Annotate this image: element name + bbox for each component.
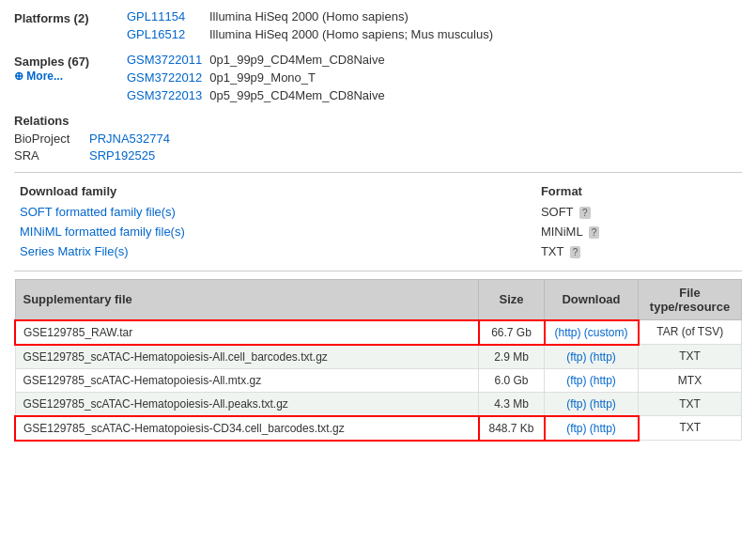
samples-label: Samples (67) ⊕ More... xyxy=(14,53,127,106)
platforms-section: Platforms (2) GPL11154 Illumina HiSeq 20… xyxy=(14,9,742,45)
supplementary-files-table: Supplementary file Size Download File ty… xyxy=(14,279,742,442)
supp-size-4: 848.7 Kb xyxy=(479,416,545,441)
sra-link[interactable]: SRP192525 xyxy=(89,148,164,163)
sample-name-1: 0p1_99p9_CD4Mem_CD8Naive xyxy=(209,53,384,67)
size-header: Size xyxy=(479,280,545,320)
sample-link-2[interactable]: GSM3722012 xyxy=(127,70,202,85)
platforms-title: Platforms (2) xyxy=(14,11,88,25)
main-container: Platforms (2) GPL11154 Illumina HiSeq 20… xyxy=(0,0,756,451)
download-link-1-1[interactable]: (http) xyxy=(590,350,616,364)
matrix-format-badge[interactable]: ? xyxy=(570,246,581,258)
sample-row-3: GSM3722013 0p5_99p5_CD4Mem_CD8Naive xyxy=(127,88,742,102)
divider-1 xyxy=(14,172,742,173)
soft-link[interactable]: SOFT formatted family file(s) xyxy=(20,205,176,219)
supp-size-1: 2.9 Mb xyxy=(479,345,545,369)
supp-filetype-1: TXT xyxy=(639,345,742,369)
supp-filetype-0: TAR (of TSV) xyxy=(639,320,742,345)
download-family-table: Download family Format SOFT formatted fa… xyxy=(14,180,742,261)
supp-file-header: Supplementary file xyxy=(15,280,479,320)
relation-sra: SRA SRP192525 xyxy=(14,148,742,163)
download-family-header: Download family xyxy=(14,180,535,202)
supp-row-0: GSE129785_RAW.tar66.7 Gb(http) (custom)T… xyxy=(15,320,742,345)
supp-size-3: 4.3 Mb xyxy=(479,392,545,416)
supp-download-3: (ftp) (http) xyxy=(545,392,639,416)
download-link-2-1[interactable]: (http) xyxy=(590,374,616,387)
supp-filename-2: GSE129785_scATAC-Hematopoiesis-All.mtx.g… xyxy=(15,368,479,392)
supp-row-1: GSE129785_scATAC-Hematopoiesis-All.cell_… xyxy=(15,345,742,369)
download-row-soft: SOFT formatted family file(s) SOFT ? xyxy=(14,202,742,222)
miniml-format-badge[interactable]: ? xyxy=(589,226,600,239)
platform-desc-1: Illumina HiSeq 2000 (Homo sapiens) xyxy=(209,9,409,23)
relations-title: Relations xyxy=(14,114,742,128)
sample-row-2: GSM3722012 0p1_99p9_Mono_T xyxy=(127,70,742,85)
supp-filename-1: GSE129785_scATAC-Hematopoiesis-All.cell_… xyxy=(15,345,479,369)
supp-row-3: GSE129785_scATAC-Hematopoiesis-All.peaks… xyxy=(15,392,742,416)
relations-section: Relations BioProject PRJNA532774 SRA SRP… xyxy=(14,114,742,163)
supp-filetype-4: TXT xyxy=(639,416,742,441)
sample-row-1: GSM3722011 0p1_99p9_CD4Mem_CD8Naive xyxy=(127,53,742,67)
download-row-miniml: MINiML formatted family file(s) MINiML ? xyxy=(14,222,742,241)
supp-size-0: 66.7 Gb xyxy=(479,320,545,345)
supp-filetype-2: MTX xyxy=(639,368,742,392)
bioproject-label: BioProject xyxy=(14,132,89,146)
platforms-label: Platforms (2) xyxy=(14,9,127,45)
download-link-0-1[interactable]: (custom) xyxy=(584,326,628,339)
format-header: Format xyxy=(535,180,742,202)
download-link-4-1[interactable]: (http) xyxy=(590,422,616,435)
miniml-link[interactable]: MINiML formatted family file(s) xyxy=(20,225,185,239)
filetype-header: File type/resource xyxy=(639,280,742,320)
bioproject-link[interactable]: PRJNA532774 xyxy=(89,132,170,146)
miniml-format-label: MINiML xyxy=(541,225,582,239)
sample-name-2: 0p1_99p9_Mono_T xyxy=(209,70,316,85)
samples-content: GSM3722011 0p1_99p9_CD4Mem_CD8Naive GSM3… xyxy=(127,53,742,106)
supp-filetype-3: TXT xyxy=(639,392,742,416)
download-link-2-0[interactable]: (ftp) xyxy=(566,374,586,387)
divider-2 xyxy=(14,271,742,272)
platform-link-2[interactable]: GPL16512 xyxy=(127,27,202,41)
download-link-4-0[interactable]: (ftp) xyxy=(566,422,586,435)
matrix-format-label: TXT xyxy=(541,244,563,258)
supp-filename-3: GSE129785_scATAC-Hematopoiesis-All.peaks… xyxy=(15,392,479,416)
download-link-3-1[interactable]: (http) xyxy=(590,397,616,411)
platform-row-1: GPL11154 Illumina HiSeq 2000 (Homo sapie… xyxy=(127,9,742,23)
relation-bioproject: BioProject PRJNA532774 xyxy=(14,132,742,146)
supp-download-1: (ftp) (http) xyxy=(545,345,639,369)
sample-link-1[interactable]: GSM3722011 xyxy=(127,53,202,67)
platform-link-1[interactable]: GPL11154 xyxy=(127,9,202,23)
supp-download-0: (http) (custom) xyxy=(545,320,639,345)
samples-section: Samples (67) ⊕ More... GSM3722011 0p1_99… xyxy=(14,53,742,106)
download-link-0-0[interactable]: (http) xyxy=(554,326,580,339)
supp-download-4: (ftp) (http) xyxy=(545,416,639,441)
sample-name-3: 0p5_99p5_CD4Mem_CD8Naive xyxy=(209,88,384,102)
more-link[interactable]: ⊕ More... xyxy=(14,70,63,83)
sra-label: SRA xyxy=(14,148,89,163)
platform-desc-2: Illumina HiSeq 2000 (Homo sapiens; Mus m… xyxy=(209,27,493,41)
supp-row-4: GSE129785_scATAC-Hematopoiesis-CD34.cell… xyxy=(15,416,742,441)
supp-size-2: 6.0 Gb xyxy=(479,368,545,392)
soft-format-badge[interactable]: ? xyxy=(579,207,591,219)
download-row-matrix: Series Matrix File(s) TXT ? xyxy=(14,241,742,261)
soft-format-label: SOFT xyxy=(541,205,573,219)
platforms-content: GPL11154 Illumina HiSeq 2000 (Homo sapie… xyxy=(127,9,742,45)
sample-link-3[interactable]: GSM3722013 xyxy=(127,88,202,102)
supp-row-2: GSE129785_scATAC-Hematopoiesis-All.mtx.g… xyxy=(15,368,742,392)
supp-filename-4: GSE129785_scATAC-Hematopoiesis-CD34.cell… xyxy=(15,416,479,441)
download-link-1-0[interactable]: (ftp) xyxy=(566,350,586,364)
platform-row-2: GPL16512 Illumina HiSeq 2000 (Homo sapie… xyxy=(127,27,742,41)
supp-download-2: (ftp) (http) xyxy=(545,368,639,392)
download-link-3-0[interactable]: (ftp) xyxy=(566,397,586,411)
supp-filename-0: GSE129785_RAW.tar xyxy=(15,320,479,345)
samples-title: Samples (67) xyxy=(14,54,127,69)
matrix-link[interactable]: Series Matrix File(s) xyxy=(20,244,129,258)
download-header: Download xyxy=(545,280,639,320)
